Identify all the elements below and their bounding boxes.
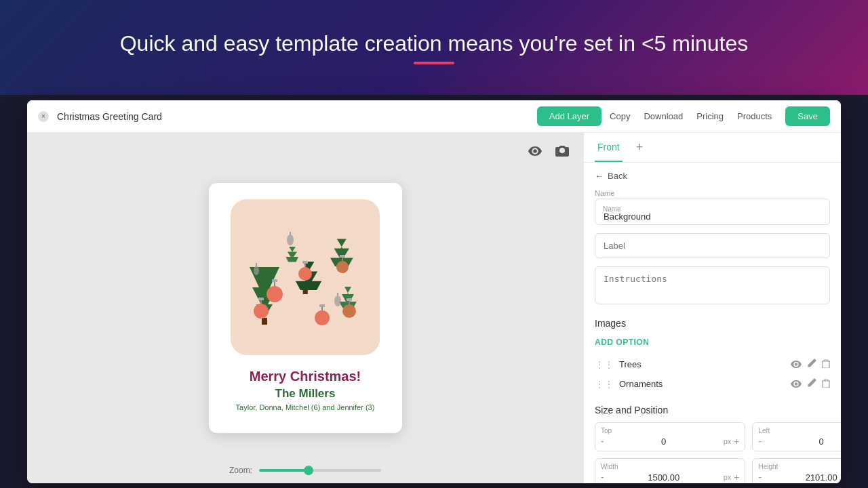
size-position-title: Size and Position	[595, 405, 830, 415]
instructions-field-group	[595, 266, 830, 307]
svg-rect-14	[302, 261, 308, 264]
svg-point-27	[287, 235, 294, 245]
edit-image-button[interactable]	[807, 378, 816, 390]
visibility-toggle-button[interactable]	[791, 359, 802, 370]
svg-rect-6	[303, 290, 308, 294]
top-field: Top - px +	[595, 422, 745, 451]
width-increment[interactable]: +	[734, 472, 739, 483]
zoom-slider[interactable]	[259, 469, 381, 472]
name-input[interactable]	[595, 199, 830, 225]
save-button[interactable]: Save	[785, 106, 830, 126]
toolbar-actions: Copy Download Pricing Products Save	[610, 106, 830, 126]
top-unit: px	[724, 437, 732, 445]
label-input[interactable]	[595, 233, 830, 258]
svg-point-21	[342, 304, 356, 318]
left-input[interactable]	[764, 436, 841, 447]
image-list: ⋮⋮ Trees	[595, 354, 830, 394]
top-input[interactable]	[607, 436, 721, 447]
image-item-name: Ornaments	[619, 379, 785, 389]
add-option-button[interactable]: ADD OPTION	[595, 338, 649, 347]
delete-image-button[interactable]	[822, 378, 830, 390]
edit-image-button[interactable]	[807, 359, 816, 370]
svg-marker-2	[286, 247, 299, 262]
size-position-grid: Top - px + Left -	[595, 422, 830, 483]
drag-handle-icon[interactable]: ⋮⋮	[595, 379, 614, 390]
name-field-label: Name	[595, 189, 830, 197]
top-decrement[interactable]: -	[601, 436, 604, 447]
width-decrement[interactable]: -	[601, 472, 604, 483]
height-input[interactable]	[764, 472, 841, 483]
top-bar: × Christmas Greeting Card Add Layer Copy…	[27, 100, 841, 133]
hero-title: Quick and easy template creation means y…	[120, 31, 749, 56]
close-button[interactable]: ×	[38, 111, 49, 122]
app-window: × Christmas Greeting Card Add Layer Copy…	[27, 100, 841, 483]
image-item-name: Trees	[619, 359, 785, 369]
panel-content[interactable]: ← Back Name Name	[584, 163, 841, 483]
height-label: Height	[758, 463, 841, 470]
height-decrement[interactable]: -	[758, 472, 762, 483]
back-label: Back	[608, 171, 627, 181]
hero-accent-line	[414, 62, 454, 64]
image-item-actions	[791, 359, 830, 370]
list-item: ⋮⋮ Trees	[595, 354, 830, 374]
camera-icon[interactable]	[552, 141, 572, 161]
content-area: Merry Christmas! The Millers Taylor, Don…	[27, 133, 841, 483]
add-layer-button[interactable]: Add Layer	[537, 106, 601, 126]
canvas-toolbar	[525, 141, 572, 161]
svg-point-12	[298, 267, 312, 281]
svg-point-15	[336, 261, 349, 273]
name-field-group: Name Name	[595, 189, 830, 225]
svg-point-18	[254, 304, 269, 319]
hero-banner: Quick and easy template creation means y…	[0, 0, 868, 95]
delete-image-button[interactable]	[822, 359, 830, 370]
tab-add-button[interactable]: +	[636, 140, 644, 155]
right-panel: Front + ← Back Name Name	[583, 133, 841, 483]
download-button[interactable]: Download	[644, 111, 683, 121]
card-names: Taylor, Donna, Mitchel (6) and Jennifer …	[236, 403, 375, 411]
width-field: Width - px +	[595, 458, 745, 483]
copy-button[interactable]: Copy	[610, 111, 630, 121]
zoom-bar: Zoom:	[229, 466, 381, 475]
width-unit: px	[724, 473, 732, 481]
card-subtitle: The Millers	[236, 387, 375, 401]
pricing-button[interactable]: Pricing	[696, 111, 724, 121]
width-label: Width	[601, 463, 739, 470]
card-main-text: Merry Christmas!	[236, 369, 375, 384]
back-arrow-icon: ←	[595, 171, 604, 181]
canvas-area: Merry Christmas! The Millers Taylor, Don…	[27, 133, 583, 483]
card-image	[231, 199, 380, 355]
tab-front[interactable]: Front	[595, 134, 623, 162]
svg-rect-1	[262, 318, 267, 325]
svg-point-29	[334, 296, 341, 306]
greeting-card: Merry Christmas! The Millers Taylor, Don…	[209, 183, 402, 433]
card-text: Merry Christmas! The Millers Taylor, Don…	[236, 369, 375, 411]
label-field-group	[595, 233, 830, 258]
drag-handle-icon[interactable]: ⋮⋮	[595, 359, 614, 370]
visibility-icon[interactable]	[525, 141, 545, 161]
height-field: Height - px +	[752, 458, 841, 483]
svg-rect-23	[347, 298, 352, 301]
svg-point-24	[315, 310, 330, 325]
left-field: Left - px +	[752, 422, 841, 451]
svg-rect-17	[340, 255, 345, 258]
width-input[interactable]	[607, 472, 721, 483]
top-increment[interactable]: +	[734, 436, 739, 447]
back-button[interactable]: ← Back	[595, 163, 830, 189]
size-position-section: Size and Position Top - px +	[595, 405, 830, 483]
left-decrement[interactable]: -	[758, 436, 762, 447]
svg-rect-20	[258, 298, 264, 300]
images-section-title: Images	[595, 318, 830, 329]
image-item-actions	[791, 378, 830, 390]
visibility-toggle-button[interactable]	[791, 379, 802, 390]
left-label: Left	[758, 427, 841, 434]
products-button[interactable]: Products	[737, 111, 772, 121]
panel-tabs: Front +	[584, 133, 841, 163]
instructions-input[interactable]	[595, 266, 830, 304]
svg-point-31	[254, 266, 259, 275]
document-title: Christmas Greeting Card	[57, 111, 529, 122]
name-floating-label: Name	[603, 205, 621, 213]
top-label: Top	[601, 427, 739, 434]
list-item: ⋮⋮ Ornaments	[595, 374, 830, 394]
zoom-label: Zoom:	[229, 466, 252, 475]
svg-rect-11	[272, 279, 277, 282]
